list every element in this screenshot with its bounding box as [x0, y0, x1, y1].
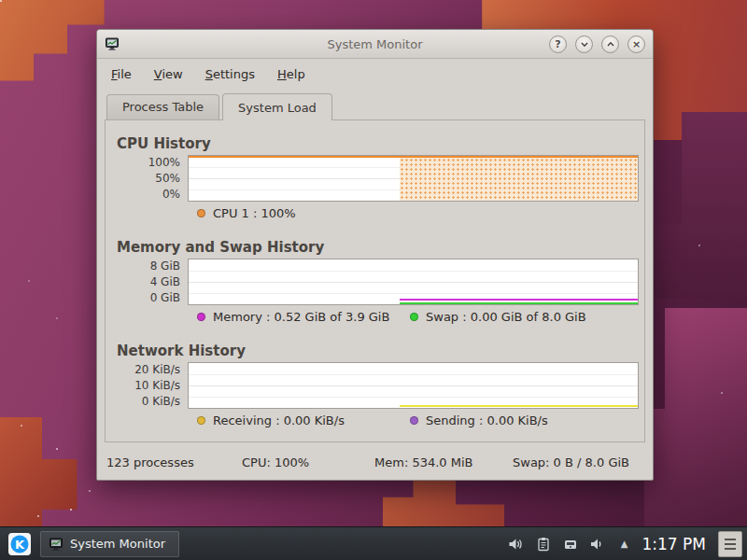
menu-help[interactable]: Help: [269, 64, 314, 84]
task-button-system-monitor[interactable]: System Monitor: [40, 531, 179, 557]
network-legend: Receiving : 0.00 KiB/s Sending : 0.00 Ki…: [107, 413, 641, 427]
task-button-label: System Monitor: [70, 537, 165, 551]
process-count: 123 processes: [106, 455, 194, 469]
svg-text:K: K: [15, 537, 25, 551]
cpu-legend: CPU 1 : 100%: [107, 206, 641, 220]
kde-logo-icon: K: [7, 532, 32, 556]
swap-line: [400, 302, 638, 304]
close-button[interactable]: ×: [627, 35, 645, 53]
memory-status: Mem: 534.0 MiB: [374, 455, 473, 469]
memory-line: [400, 299, 638, 301]
panel-toolbox-button[interactable]: [718, 531, 742, 557]
system-monitor-window: System Monitor ? × File View Settings He…: [96, 29, 654, 481]
wallpaper-stars: [0, 0, 2, 2]
receiving-legend-dot: [197, 416, 205, 425]
system-tray: ▲: [508, 536, 633, 553]
cpu-status: CPU: 100%: [242, 455, 309, 469]
expand-tray-icon[interactable]: ▲: [616, 536, 633, 553]
memory-axis-ticks: 8 GiB 4 GiB 0 GiB: [107, 259, 188, 305]
network-axis-ticks: 20 KiB/s 10 KiB/s 0 KiB/s: [107, 362, 188, 409]
volume-icon[interactable]: [508, 536, 525, 553]
network-line: [400, 405, 638, 407]
memory-legend-dot: [197, 313, 205, 321]
wallpaper-shape: [654, 112, 747, 299]
cpu-chart[interactable]: [188, 155, 639, 202]
titlebar[interactable]: System Monitor ? ×: [97, 30, 653, 59]
legend-item: Sending : 0.00 KiB/s: [410, 413, 623, 427]
help-button[interactable]: ?: [549, 35, 567, 53]
chevron-down-icon: [580, 40, 589, 49]
wallpaper-shape: [644, 308, 747, 560]
chevron-up-icon: [606, 40, 615, 49]
close-icon: ×: [632, 38, 641, 50]
menu-file[interactable]: File: [103, 64, 140, 84]
swap-legend-dot: [410, 313, 418, 321]
network-chart[interactable]: [188, 362, 639, 409]
network-section: Network History 20 KiB/s 10 KiB/s 0 KiB/…: [107, 343, 641, 427]
menu-settings[interactable]: Settings: [197, 64, 263, 84]
cpu1-legend-dot: [197, 209, 205, 217]
legend-item: Memory : 0.52 GiB of 3.9 GiB: [197, 310, 410, 324]
swap-status: Swap: 0 B / 8.0 GiB: [513, 455, 629, 469]
legend-item: CPU 1 : 100%: [197, 206, 410, 220]
cpu-axis-ticks: 100% 50% 0%: [107, 155, 188, 202]
help-icon: ?: [555, 38, 560, 50]
memory-legend: Memory : 0.52 GiB of 3.9 GiB Swap : 0.00…: [107, 310, 641, 324]
legend-item: Swap : 0.00 GiB of 8.0 GiB: [410, 310, 623, 324]
memory-chart[interactable]: [188, 259, 639, 305]
audio-mixer-icon[interactable]: [589, 536, 606, 553]
hamburger-icon: [725, 539, 736, 550]
sending-legend-dot: [410, 416, 418, 425]
clock[interactable]: 1:17 PM: [642, 535, 707, 553]
legend-item: Receiving : 0.00 KiB/s: [197, 413, 410, 427]
statusbar: 123 processes CPU: 100% Mem: 534.0 MiB S…: [97, 442, 653, 480]
clipboard-icon[interactable]: [535, 536, 552, 553]
cpu-100-line: [189, 156, 638, 158]
device-notifier-icon[interactable]: [562, 536, 579, 553]
wallpaper-shape: [383, 478, 504, 526]
cpu-usage-area: [400, 158, 638, 201]
network-history-title: Network History: [107, 343, 641, 359]
system-load-pane: CPU History 100% 50% 0%: [105, 119, 645, 442]
app-launcher-button[interactable]: K: [7, 531, 33, 557]
cpu-section: CPU History 100% 50% 0%: [107, 135, 641, 220]
tab-system-load[interactable]: System Load: [222, 93, 332, 120]
tabbar: Process Table System Load: [97, 89, 653, 119]
tab-process-table[interactable]: Process Table: [106, 94, 219, 119]
titlebar-buttons: ? ×: [549, 35, 645, 53]
memory-section: Memory and Swap History 8 GiB 4 GiB 0 Gi…: [107, 239, 641, 324]
memory-history-title: Memory and Swap History: [107, 239, 641, 256]
maximize-button[interactable]: [601, 35, 619, 53]
menubar: File View Settings Help: [97, 59, 653, 89]
minimize-button[interactable]: [575, 35, 593, 53]
taskbar: K System Monitor: [0, 526, 747, 560]
app-icon: [105, 36, 120, 51]
system-monitor-icon: [49, 537, 63, 552]
cpu-history-title: CPU History: [107, 135, 641, 152]
desktop: System Monitor ? × File View Settings He…: [0, 0, 747, 560]
menu-view[interactable]: View: [146, 64, 191, 84]
